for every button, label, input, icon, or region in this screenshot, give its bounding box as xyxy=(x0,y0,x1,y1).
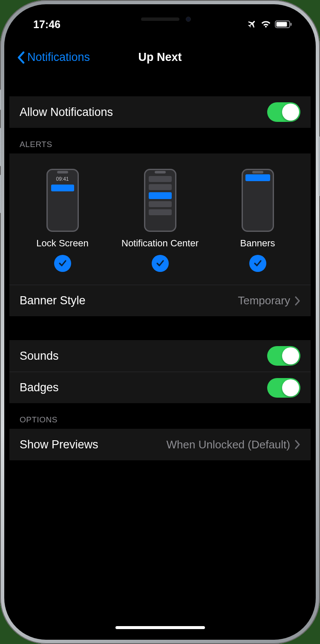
chevron-right-icon xyxy=(294,440,300,449)
status-time: 17:46 xyxy=(33,18,61,31)
nav-bar: Notifications Up Next xyxy=(9,39,311,76)
check-icon xyxy=(156,259,165,268)
volume-up-button xyxy=(0,128,1,166)
speaker-grille xyxy=(141,17,179,21)
alert-option-check xyxy=(152,255,169,272)
badges-label: Badges xyxy=(20,381,267,394)
nav-title: Up Next xyxy=(9,51,311,64)
alert-option-notification-center[interactable]: Notification Center xyxy=(111,169,209,272)
allow-notifications-toggle[interactable] xyxy=(267,102,300,122)
sounds-toggle[interactable] xyxy=(267,346,300,366)
svg-rect-1 xyxy=(277,22,287,27)
banner-style-label: Banner Style xyxy=(20,294,238,307)
sounds-cell: Sounds xyxy=(9,340,311,372)
front-camera xyxy=(186,17,191,22)
allow-notifications-label: Allow Notifications xyxy=(20,106,267,119)
banner-style-value: Temporary xyxy=(238,294,290,307)
volume-down-button xyxy=(0,175,1,213)
options-header: OPTIONS xyxy=(9,403,311,429)
alert-option-label: Notification Center xyxy=(121,238,199,249)
alert-option-lock-screen[interactable]: 09:41 Lock Screen xyxy=(14,169,111,272)
preview-time: 09:41 xyxy=(48,176,78,182)
show-previews-cell[interactable]: Show Previews When Unlocked (Default) xyxy=(9,429,311,460)
svg-rect-2 xyxy=(291,23,292,26)
alert-option-banners[interactable]: Banners xyxy=(209,169,306,272)
screen: 17:46 Notifications Up Next Allow No xyxy=(9,9,311,635)
status-indicators xyxy=(247,19,292,29)
airplane-mode-icon xyxy=(247,19,257,29)
show-previews-label: Show Previews xyxy=(20,438,167,451)
banner-style-cell[interactable]: Banner Style Temporary xyxy=(9,285,311,316)
show-previews-value: When Unlocked (Default) xyxy=(167,438,290,451)
alert-option-check xyxy=(249,255,266,272)
sounds-label: Sounds xyxy=(20,349,267,363)
alert-option-label: Lock Screen xyxy=(36,238,88,249)
alerts-box: 09:41 Lock Screen xyxy=(9,153,311,285)
home-indicator[interactable] xyxy=(115,626,205,629)
allow-notifications-cell: Allow Notifications xyxy=(9,96,311,128)
notch xyxy=(92,9,228,29)
lock-screen-preview-icon: 09:41 xyxy=(46,169,79,232)
alert-option-label: Banners xyxy=(240,238,275,249)
check-icon xyxy=(253,259,262,268)
nav-title-text: Up Next xyxy=(138,51,182,64)
battery-icon xyxy=(275,20,292,28)
toggle-knob xyxy=(282,379,299,396)
banners-preview-icon xyxy=(242,169,274,232)
toggle-knob xyxy=(282,347,299,364)
alert-option-check xyxy=(54,255,71,272)
badges-cell: Badges xyxy=(9,372,311,403)
notification-center-preview-icon xyxy=(144,169,176,232)
wifi-icon xyxy=(260,20,271,29)
chevron-right-icon xyxy=(294,296,300,306)
device-frame: 17:46 Notifications Up Next Allow No xyxy=(0,0,320,644)
badges-toggle[interactable] xyxy=(267,378,300,398)
device-inner: 17:46 Notifications Up Next Allow No xyxy=(4,4,316,640)
check-icon xyxy=(58,259,67,268)
alerts-header: ALERTS xyxy=(9,128,311,153)
toggle-knob xyxy=(282,104,299,121)
content: Allow Notifications ALERTS 09:41 Lock Sc… xyxy=(9,76,311,460)
mute-switch xyxy=(0,90,1,110)
